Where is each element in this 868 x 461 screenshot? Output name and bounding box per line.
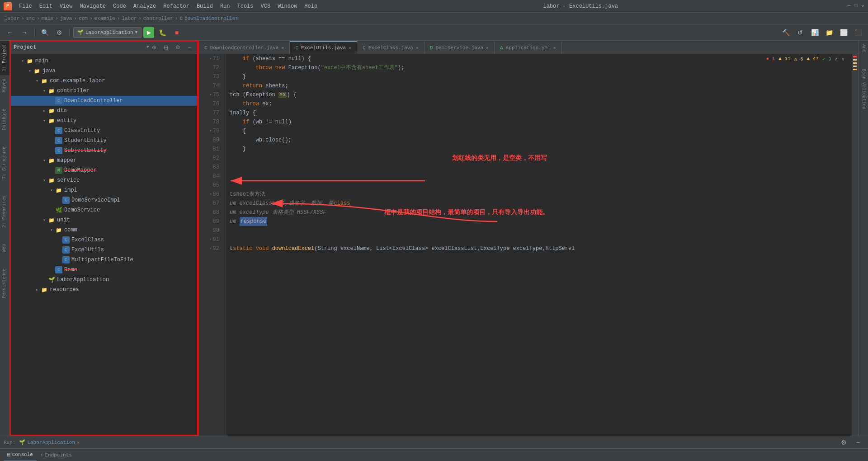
menu-file[interactable]: File xyxy=(15,0,36,13)
tab-excelclass[interactable]: C ExcelClass.java ✕ xyxy=(357,41,425,54)
tree-item-excelutils[interactable]: C ExcelUtils xyxy=(10,245,198,255)
sidebar-tab-persistence[interactable]: Persistence xyxy=(0,265,9,302)
back-btn[interactable]: ← xyxy=(4,26,16,39)
stop-btn[interactable]: ■ xyxy=(170,26,183,39)
tree-arrow-resources: ▸ xyxy=(33,287,41,292)
split-horizontal-btn[interactable]: ⬜ xyxy=(837,26,850,39)
bottom-tab-endpoints[interactable]: ⚡ Endpoints xyxy=(37,449,75,461)
tab-excelutils[interactable]: C ExcelUtils.java ✕ xyxy=(290,41,357,54)
maximize-btn[interactable]: □ xyxy=(854,3,858,9)
tree-item-multipartfiletofile[interactable]: C MultipartFileToFile xyxy=(10,255,198,265)
menu-tools[interactable]: Tools xyxy=(234,0,257,13)
tab-close-applicationyml[interactable]: ✕ xyxy=(553,45,556,51)
collapse-all-btn[interactable]: ⊟ xyxy=(161,42,171,52)
menu-window[interactable]: Window xyxy=(274,0,301,13)
tree-item-excelclass[interactable]: C ExcelClass xyxy=(10,235,198,245)
run-button[interactable]: ▶ xyxy=(143,27,154,38)
tree-item-demomapper[interactable]: M DemoMapper xyxy=(10,165,198,175)
sidebar-tab-maven[interactable]: Maven xyxy=(0,75,9,96)
settings-btn[interactable]: ⚙ xyxy=(53,26,66,39)
menu-help[interactable]: Help xyxy=(301,0,321,13)
menu-build[interactable]: Build xyxy=(193,0,217,13)
sidebar-tab-web[interactable]: Web xyxy=(0,240,9,256)
forward-btn[interactable]: → xyxy=(18,26,31,39)
tree-item-classentity[interactable]: C ClassEntity xyxy=(10,126,198,136)
sidebar-tab-favorites[interactable]: 2: Favorites xyxy=(0,192,9,231)
tree-item-impl[interactable]: ▾ 📁 impl xyxy=(10,185,198,195)
menu-code[interactable]: Code xyxy=(109,0,130,13)
tab-close-excelutils[interactable]: ✕ xyxy=(349,45,351,51)
tree-item-comm[interactable]: ▾ 📁 comm xyxy=(10,225,198,235)
locate-file-btn[interactable]: ⊕ xyxy=(149,42,159,52)
fold-91[interactable]: ▾ xyxy=(209,235,212,244)
menu-analyze[interactable]: Analyze xyxy=(130,0,160,13)
panel-settings-btn[interactable]: ⚙ xyxy=(173,42,183,52)
sidebar-tab-database[interactable]: Database xyxy=(0,105,9,134)
menu-run[interactable]: Run xyxy=(217,0,234,13)
fold-79[interactable]: ▾ xyxy=(209,127,212,136)
run-bar: Run: 🌱 LaborApplication ✕ ⚙ − xyxy=(0,436,868,448)
tree-item-com[interactable]: ▾ 📁 com.example.labor xyxy=(10,76,198,86)
coverage-btn[interactable]: 📊 xyxy=(808,26,821,39)
run-minimize-btn[interactable]: − xyxy=(852,436,864,449)
tree-item-demoservice[interactable]: 🌿 DemoService xyxy=(10,205,198,215)
tree-item-subjectentity[interactable]: C SubjectEntity xyxy=(10,146,198,155)
tree-item-java[interactable]: ▾ 📁 java xyxy=(10,66,198,76)
tree-item-controller[interactable]: ▾ 📁 controller xyxy=(10,86,198,96)
close-btn[interactable]: ✕ xyxy=(861,3,864,9)
bottom-tab-console[interactable]: ▤ Console xyxy=(4,449,37,461)
build-project-btn[interactable]: 🔨 xyxy=(779,26,792,39)
fold-92[interactable]: ▾ xyxy=(209,244,212,253)
right-tab-bean-validation[interactable]: Bean Validation xyxy=(859,65,868,113)
menu-refactor[interactable]: Refactor xyxy=(160,0,193,13)
tree-item-service[interactable]: ▾ 📁 service xyxy=(10,175,198,185)
nav-down-btn[interactable]: ∨ xyxy=(841,56,844,62)
split-vertical-btn[interactable]: ⬛ xyxy=(852,26,864,39)
sidebar-tab-structure[interactable]: 7: Structure xyxy=(0,143,9,183)
tree-item-demoserviceimpl[interactable]: C DemoServiceImpl xyxy=(10,195,198,205)
right-tab-ant[interactable]: Ant xyxy=(859,41,868,56)
run-config-selector[interactable]: 🌱 LaborApplication ▼ xyxy=(73,27,142,38)
gutter-83: 83 xyxy=(199,163,222,172)
tab-downloadcontroller[interactable]: C DownloadController.java ✕ xyxy=(199,41,290,54)
tree-item-main[interactable]: ▾ 📁 main xyxy=(10,56,198,66)
tab-close-downloadcontroller[interactable]: ✕ xyxy=(281,45,284,51)
run-app-close[interactable]: ✕ xyxy=(77,440,80,445)
tree-item-studententity[interactable]: C StudentEntity xyxy=(10,136,198,146)
tab-close-excelclass[interactable]: ✕ xyxy=(416,45,419,51)
fold-71[interactable]: ▾ xyxy=(209,54,212,63)
fold-75[interactable]: ▾ xyxy=(209,90,212,99)
console-label: Console xyxy=(12,452,33,457)
tree-item-unit[interactable]: ▾ 📁 unit xyxy=(10,215,198,225)
tree-item-entity[interactable]: ▾ 📁 entity xyxy=(10,116,198,126)
folder-icon-java: 📁 xyxy=(33,67,41,75)
tree-label-excelclass: ExcelClass xyxy=(71,237,104,243)
tree-item-mapper[interactable]: ▾ 📁 mapper xyxy=(10,155,198,165)
tab-close-demoservice[interactable]: ✕ xyxy=(486,45,489,51)
close-panel-btn[interactable]: − xyxy=(184,42,194,52)
menu-vcs[interactable]: VCS xyxy=(257,0,274,13)
sidebar-tab-project[interactable]: 1: Project xyxy=(0,41,9,75)
open-file-btn[interactable]: 📁 xyxy=(823,26,835,39)
tab-icon-demoservice: D xyxy=(430,45,433,51)
update-btn[interactable]: ↺ xyxy=(794,26,807,39)
nav-up-btn[interactable]: ∧ xyxy=(835,56,838,62)
java-icon-demo: C xyxy=(55,266,62,273)
tree-item-resources[interactable]: ▸ 📁 resources xyxy=(10,285,198,295)
code-content[interactable]: if (sheets == null) { throw new Exceptio… xyxy=(226,54,852,436)
tree-item-demo[interactable]: C Demo xyxy=(10,265,198,275)
minimize-btn[interactable]: ─ xyxy=(847,3,850,9)
tree-item-dto[interactable]: ▸ 📁 dto xyxy=(10,106,198,116)
tab-demoservice[interactable]: D DemoService.java ✕ xyxy=(425,41,495,54)
menu-view[interactable]: View xyxy=(56,0,76,13)
run-settings-btn[interactable]: ⚙ xyxy=(837,436,850,449)
fold-86[interactable]: ▾ xyxy=(209,190,212,199)
search-everywhere-btn[interactable]: 🔍 xyxy=(38,26,51,39)
debug-btn[interactable]: 🐛 xyxy=(156,26,169,39)
tab-applicationyml[interactable]: A application.yml ✕ xyxy=(495,41,562,54)
menu-edit[interactable]: Edit xyxy=(36,0,56,13)
tree-item-laborapplication[interactable]: 🌱 LaborApplication xyxy=(10,275,198,285)
gutter-71: ▾71 xyxy=(199,54,222,63)
menu-navigate[interactable]: Navigate xyxy=(76,0,109,13)
tree-item-downloadcontroller[interactable]: C DownloadController xyxy=(10,96,198,106)
